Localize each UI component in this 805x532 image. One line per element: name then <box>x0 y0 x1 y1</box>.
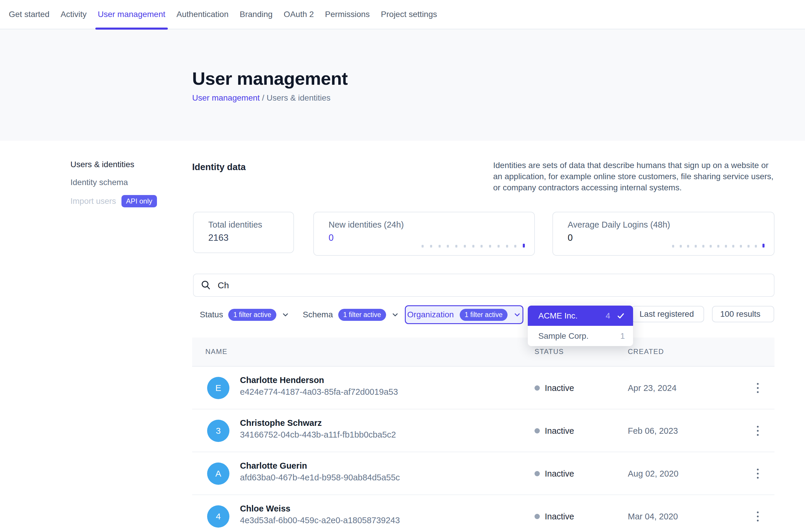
sort-select[interactable]: Last registered <box>631 306 704 322</box>
tab-oauth2[interactable]: OAuth 2 <box>284 0 314 29</box>
sparkline <box>672 244 765 248</box>
tab-user-management[interactable]: User management <box>98 0 165 29</box>
tab-get-started[interactable]: Get started <box>9 0 50 29</box>
created-date: Aug 02, 2020 <box>628 452 678 495</box>
sidebar-item-identity-schema[interactable]: Identity schema <box>70 178 128 187</box>
status-dot <box>535 385 540 391</box>
row-actions-menu-icon[interactable] <box>752 366 764 410</box>
stat-label: New identities (24h) <box>329 220 534 230</box>
option-label: ACME Inc. <box>538 311 605 321</box>
stat-label: Total identities <box>208 220 293 230</box>
sparkline <box>422 244 525 248</box>
row-actions-menu-icon[interactable] <box>752 452 764 495</box>
chevron-down-icon <box>282 311 289 319</box>
chevron-down-icon <box>391 311 399 319</box>
sidebar-item-label: Identity schema <box>70 178 128 187</box>
sidebar-item-import-users[interactable]: Import users API only <box>70 195 157 207</box>
sidebar-item-users-identities[interactable]: Users & identities <box>70 160 134 169</box>
option-count: 1 <box>620 331 625 341</box>
search-icon <box>201 280 211 291</box>
page-title: User management <box>192 68 348 89</box>
api-only-badge: API only <box>121 195 157 207</box>
status-label: Inactive <box>545 469 574 479</box>
sort-select-value: Last registered <box>639 309 694 319</box>
organization-dropdown: ACME Inc. 4 Sample Corp. 1 <box>528 306 633 346</box>
tab-authentication[interactable]: Authentication <box>176 0 228 29</box>
page-size-select[interactable]: 100 results <box>712 306 774 322</box>
stat-value: 2163 <box>208 232 293 243</box>
status-label: Inactive <box>545 512 574 521</box>
stat-value: 0 <box>568 232 774 243</box>
table-header: NAME STATUS CREATED <box>192 338 774 366</box>
filter-label: Status <box>200 310 223 319</box>
organization-filter-button[interactable]: Organization 1 filter active <box>405 305 523 324</box>
avatar: E <box>207 377 229 399</box>
filter-active-badge: 1 filter active <box>228 309 276 321</box>
tab-branding[interactable]: Branding <box>240 0 273 29</box>
avatar: 4 <box>207 505 229 528</box>
breadcrumb-current: Users & identities <box>267 93 331 102</box>
tab-activity[interactable]: Activity <box>61 0 87 29</box>
column-header-status: STATUS <box>535 347 564 356</box>
status-label: Inactive <box>545 383 574 393</box>
column-header-name: NAME <box>205 347 227 356</box>
identity-id: 34166752-04cb-443b-a11f-fb1bb0cba5c2 <box>240 430 396 440</box>
created-date: Feb 06, 2023 <box>628 410 678 452</box>
row-actions-menu-icon[interactable] <box>752 495 764 532</box>
status-dot <box>535 428 540 434</box>
filter-label: Organization <box>407 310 454 319</box>
table-row[interactable]: 3 Christophe Schwarz 34166752-04cb-443b-… <box>192 410 774 452</box>
identity-name: Christophe Schwarz <box>240 418 396 428</box>
hero-band <box>0 29 805 141</box>
stat-card-average-daily-logins: Average Daily Logins (48h) 0 <box>553 212 774 256</box>
check-icon <box>617 312 625 320</box>
table-row[interactable]: 4 Chloe Weiss 4e3d53af-6b00-459c-a2e0-a1… <box>192 495 774 532</box>
dropdown-option-sample-corp[interactable]: Sample Corp. 1 <box>528 326 633 346</box>
breadcrumb-link-user-management[interactable]: User management <box>192 93 260 102</box>
tab-permissions[interactable]: Permissions <box>325 0 370 29</box>
identity-id: e424e774-4187-4a03-85fa-af72d0019a53 <box>240 387 398 397</box>
sidebar-item-label: Users & identities <box>70 160 134 169</box>
schema-filter-button[interactable]: Schema 1 filter active <box>303 306 399 323</box>
table-row[interactable]: E Charlotte Henderson e424e774-4187-4a03… <box>192 366 774 410</box>
section-description: Identities are sets of data that describ… <box>493 160 775 193</box>
sidebar-item-label: Import users <box>70 196 116 206</box>
status-dot <box>535 514 540 519</box>
search-input[interactable] <box>218 280 767 290</box>
identity-name: Charlotte Guerin <box>240 461 400 471</box>
user-management-page: Get started Activity User management Aut… <box>0 0 805 532</box>
section-heading: Identity data <box>192 162 246 172</box>
identity-name: Charlotte Henderson <box>240 375 398 385</box>
option-label: Sample Corp. <box>538 331 620 341</box>
dropdown-option-acme[interactable]: ACME Inc. 4 <box>528 306 633 326</box>
identity-id: 4e3d53af-6b00-459c-a2e0-a18058739243 <box>240 516 400 525</box>
avatar: A <box>207 462 229 485</box>
status-filter-button[interactable]: Status 1 filter active <box>200 306 289 323</box>
row-actions-menu-icon[interactable] <box>752 410 764 452</box>
status-dot <box>535 471 540 476</box>
stat-card-new-identities: New identities (24h) 0 <box>313 212 535 256</box>
filter-active-badge: 1 filter active <box>460 309 507 321</box>
filter-active-badge: 1 filter active <box>338 309 386 321</box>
option-count: 4 <box>605 311 610 321</box>
created-date: Mar 04, 2020 <box>628 495 678 532</box>
breadcrumb-separator: / <box>260 93 266 102</box>
column-header-created: CREATED <box>628 347 664 356</box>
identity-id: afd63ba0-467b-4e1d-b958-90ab84d5a55c <box>240 473 400 482</box>
tab-project-settings[interactable]: Project settings <box>381 0 437 29</box>
created-date: Apr 23, 2024 <box>628 366 676 410</box>
top-nav: Get started Activity User management Aut… <box>0 0 805 29</box>
breadcrumb: User management / Users & identities <box>192 93 331 103</box>
stat-card-total-identities: Total identities 2163 <box>193 212 294 253</box>
filter-label: Schema <box>303 310 333 319</box>
search-bar <box>193 273 774 297</box>
status-label: Inactive <box>545 426 574 436</box>
table-row[interactable]: A Charlotte Guerin afd63ba0-467b-4e1d-b9… <box>192 452 774 495</box>
stat-value: 0 <box>329 232 534 243</box>
chevron-down-icon <box>513 311 521 319</box>
stat-label: Average Daily Logins (48h) <box>568 220 774 230</box>
page-size-value: 100 results <box>720 309 761 319</box>
identity-name: Chloe Weiss <box>240 504 400 514</box>
avatar: 3 <box>207 420 229 442</box>
